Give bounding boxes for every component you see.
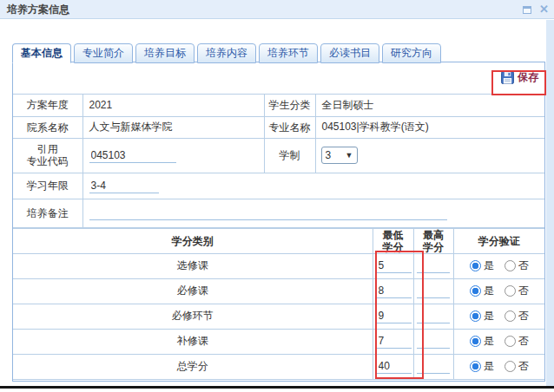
credit-category: 补修课 — [13, 329, 373, 354]
major-name-label: 专业名称 — [264, 116, 315, 138]
col-header-min-credit: 最低 学分 — [373, 228, 413, 253]
save-button[interactable]: 保存 — [501, 70, 538, 85]
window-title: 培养方案信息 — [7, 0, 69, 19]
radio-unselected-icon — [505, 285, 516, 297]
max-credit-input[interactable] — [417, 258, 450, 273]
tab-major-intro[interactable]: 专业简介 — [74, 43, 133, 63]
floppy-disk-icon — [501, 71, 514, 84]
window-titlebar: 培养方案信息 ✕ — [0, 0, 554, 19]
min-credit-input[interactable] — [377, 334, 412, 349]
radio-no[interactable]: 否 — [505, 359, 529, 374]
radio-yes[interactable]: 是 — [470, 309, 494, 323]
radio-selected-icon — [470, 285, 481, 297]
credit-row-required: 必修课 是 否 — [13, 278, 544, 304]
panel-toolbar: 保存 — [13, 62, 544, 95]
major-name-value: 045103|学科教学(语文) — [315, 116, 544, 138]
radio-selected-icon — [470, 260, 481, 271]
credits-table: 学分类别 最低 学分 最高 学分 学分验证 选修课 是 否 必修课 是 — [13, 228, 544, 380]
tab-training-content[interactable]: 培养内容 — [197, 43, 256, 63]
radio-selected-icon — [470, 336, 481, 347]
radio-yes[interactable]: 是 — [470, 334, 494, 349]
min-credit-input[interactable] — [377, 258, 412, 273]
radio-no[interactable]: 否 — [505, 334, 529, 349]
student-class-label: 学生分类 — [264, 95, 315, 116]
radio-unselected-icon — [505, 361, 516, 372]
department-value: 人文与新媒体学院 — [82, 116, 264, 138]
radio-yes[interactable]: 是 — [470, 359, 494, 374]
radio-unselected-icon — [505, 336, 516, 347]
tab-research-direction[interactable]: 研究方向 — [382, 43, 441, 63]
tab-reading-list[interactable]: 必读书目 — [320, 43, 379, 63]
credit-category: 总学分 — [13, 354, 373, 379]
window-controls: ✕ — [523, 0, 549, 19]
max-credit-input[interactable] — [417, 309, 450, 323]
radio-unselected-icon — [505, 260, 516, 271]
radio-no[interactable]: 否 — [505, 258, 529, 273]
schooling-length-value: 3 — [326, 149, 332, 161]
tab-basic-info[interactable]: 基本信息 — [12, 43, 71, 63]
remark-input[interactable] — [89, 206, 447, 220]
tab-training-goal[interactable]: 培养目标 — [135, 43, 195, 63]
plan-form: 方案年度 2021 学生分类 全日制硕士 院系名称 人文与新媒体学院 专业名称 … — [13, 95, 544, 228]
max-credit-input[interactable] — [417, 334, 450, 349]
basic-info-panel: 保存 方案年度 2021 学生分类 全日制硕士 院系名称 人文与新媒体学院 专业… — [12, 62, 545, 382]
schooling-length-label: 学制 — [264, 138, 315, 173]
max-credit-input[interactable] — [417, 284, 450, 298]
right-margin-strip — [546, 20, 554, 386]
radio-selected-icon — [470, 361, 481, 372]
tab-strip: 基本信息 专业简介 培养目标 培养内容 培养环节 必读书目 研究方向 — [12, 43, 444, 63]
credit-category: 必修环节 — [13, 304, 373, 329]
credit-row-elective: 选修课 是 否 — [13, 253, 544, 278]
plan-year-value: 2021 — [82, 95, 264, 116]
plan-year-label: 方案年度 — [13, 95, 82, 116]
maximize-icon[interactable] — [523, 6, 531, 14]
study-years-label: 学习年限 — [13, 173, 82, 199]
radio-selected-icon — [470, 310, 481, 322]
chevron-down-icon: ▼ — [346, 151, 353, 160]
col-header-category: 学分类别 — [13, 228, 373, 253]
col-header-max-credit: 最高 学分 — [413, 228, 453, 253]
remark-label: 培养备注 — [13, 199, 82, 227]
credit-row-supplementary: 补修课 是 否 — [13, 329, 544, 354]
radio-unselected-icon — [505, 310, 516, 322]
window-bottom-edge — [0, 386, 554, 389]
schooling-length-select[interactable]: 3 ▼ — [321, 147, 358, 164]
department-label: 院系名称 — [13, 116, 82, 138]
col-header-verify: 学分验证 — [453, 228, 544, 253]
radio-no[interactable]: 否 — [505, 309, 529, 323]
credit-category: 必修课 — [13, 278, 373, 304]
student-class-value: 全日制硕士 — [315, 95, 544, 116]
tab-training-steps[interactable]: 培养环节 — [259, 43, 318, 63]
min-credit-input[interactable] — [377, 359, 412, 374]
min-credit-input[interactable] — [377, 284, 412, 298]
training-plan-dialog: 培养方案信息 ✕ 基本信息 专业简介 培养目标 培养内容 培养环节 必读书目 研… — [0, 0, 554, 392]
min-credit-input[interactable] — [377, 309, 412, 323]
max-credit-input[interactable] — [417, 359, 450, 374]
credit-row-total: 总学分 是 否 — [13, 354, 544, 379]
radio-no[interactable]: 否 — [505, 284, 529, 298]
credit-category: 选修课 — [13, 253, 373, 278]
radio-yes[interactable]: 是 — [470, 258, 494, 273]
ref-major-code-label: 引用 专业代码 — [13, 138, 82, 173]
study-years-input[interactable] — [89, 179, 159, 193]
radio-yes[interactable]: 是 — [470, 284, 494, 298]
ref-major-code-input[interactable] — [89, 148, 176, 163]
close-icon[interactable]: ✕ — [539, 0, 549, 19]
credit-row-required-steps: 必修环节 是 否 — [13, 304, 544, 329]
save-label: 保存 — [518, 70, 538, 85]
